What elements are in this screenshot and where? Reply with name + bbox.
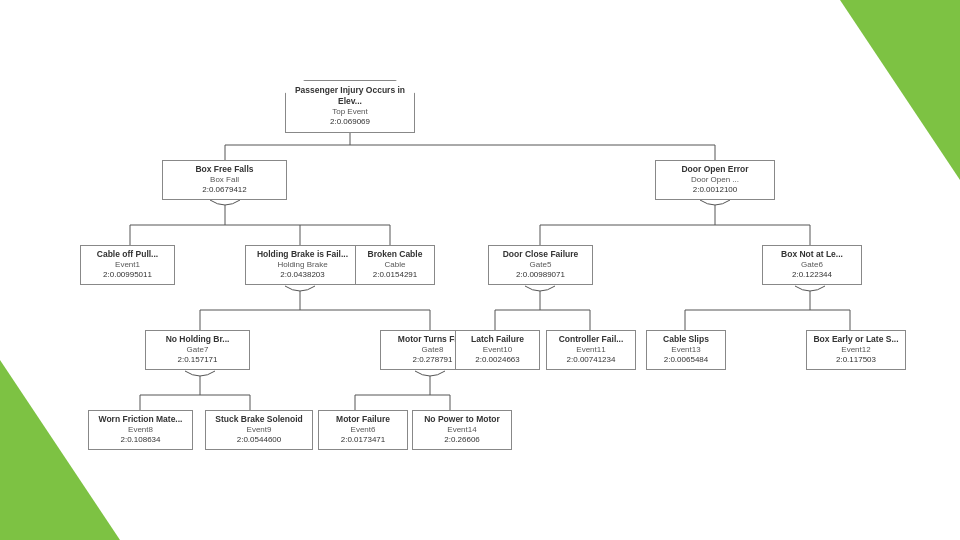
door-open-node: Door Open Error Door Open ... 2:0.001210… [655,160,775,200]
box-not-at-node: Box Not at Le... Gate6 2:0.122344 [762,245,862,285]
stuck-brake-node: Stuck Brake Solenoid Event9 2:0.0544600 [205,410,313,450]
top-event-node: Passenger Injury Occurs in Elev... Top E… [285,80,415,133]
no-holding-node: No Holding Br... Gate7 2:0.157171 [145,330,250,370]
door-close-node: Door Close Failure Gate5 2:0.00989071 [488,245,593,285]
holding-brake-node: Holding Brake is Fail... Holding Brake 2… [245,245,360,285]
box-early-late-node: Box Early or Late S... Event12 2:0.11750… [806,330,906,370]
broken-cable-node: Broken Cable Cable 2:0.0154291 [355,245,435,285]
latch-failure-node: Latch Failure Event10 2:0.0024663 [455,330,540,370]
box-falls-node: Box Free Falls Box Fall 2:0.0679412 [162,160,287,200]
cable-off-node: Cable off Pull... Event1 2:0.00995011 [80,245,175,285]
worn-friction-node: Worn Friction Mate... Event8 2:0.108634 [88,410,193,450]
cable-slips-node: Cable Slips Event13 2:0.0065484 [646,330,726,370]
no-power-node: No Power to Motor Event14 2:0.26606 [412,410,512,450]
controller-fail-node: Controller Fail... Event11 2:0.00741234 [546,330,636,370]
fault-tree-diagram: Passenger Injury Occurs in Elev... Top E… [50,50,910,520]
motor-failure-node: Motor Failure Event6 2:0.0173471 [318,410,408,450]
